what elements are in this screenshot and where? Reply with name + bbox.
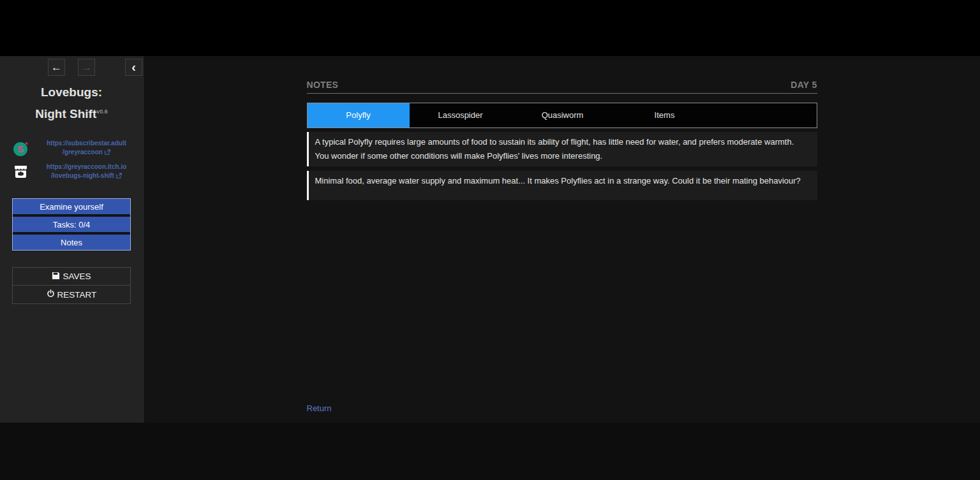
bottom-letterbox-strip [0,423,980,480]
game-title-line2: Night Shiftv0.6 [0,102,143,124]
external-links: S A https://subscribestar.adult /greyrac… [0,139,143,181]
arrow-left-icon: ← [51,61,62,74]
spacer [307,205,817,402]
notes-list: A typical Polyfly requires large amounts… [307,132,817,200]
notes-tab-bar: Polyfly Lassospider Quasiworm Items [307,103,817,128]
tab-polyfly[interactable]: Polyfly [308,103,410,127]
note-entry: Minimal food, average water supply and m… [307,171,817,200]
page-title: NOTES [307,80,339,90]
top-letterbox-strip [0,0,980,56]
notes-button[interactable]: Notes [13,235,130,250]
game-title: Lovebugs: Night Shiftv0.6 [0,82,143,124]
examine-yourself-button[interactable]: Examine yourself [13,199,130,214]
itchio-icon [11,164,30,180]
history-back-button[interactable]: ← [48,59,65,76]
floppy-disk-icon [52,272,60,282]
tab-lassospider[interactable]: Lassospider [410,103,512,127]
external-link-icon [116,172,122,181]
itchio-link[interactable]: https://greyraccoon.itch.io /lovebugs-ni… [30,163,143,181]
passage-area: NOTES DAY 5 Polyfly Lassospider Quasiwor… [144,56,980,423]
sidebar-collapse-button[interactable]: ‹ [125,59,142,76]
subscribestar-icon: S A [11,140,30,157]
version-badge: v0.6 [96,108,108,115]
chevron-left-icon: ‹ [131,60,136,75]
day-counter: DAY 5 [791,80,817,90]
return-link[interactable]: Return [307,404,332,413]
note-entry: A typical Polyfly requires large amounts… [307,132,817,166]
sidebar: ← → ‹ Lovebugs: Night Shiftv0.6 S A [0,56,144,423]
game-area: ← → ‹ Lovebugs: Night Shiftv0.6 S A [0,56,980,423]
tab-quasiworm[interactable]: Quasiworm [512,103,614,127]
tab-items[interactable]: Items [614,103,716,127]
svg-text:S: S [17,144,23,154]
subscribestar-link[interactable]: https://subscribestar.adult /greyraccoon [30,139,143,157]
arrow-right-icon: → [81,61,92,74]
page-header: NOTES DAY 5 [307,80,817,94]
session-menu: SAVES RESTART [12,267,131,304]
power-icon [47,289,55,300]
saves-button[interactable]: SAVES [13,268,130,286]
note-line: Minimal food, average water supply and m… [315,174,810,188]
history-nav: ← → ‹ [0,59,143,76]
sidebar-menu: Examine yourself Tasks: 0/4 Notes [12,198,131,251]
tasks-button[interactable]: Tasks: 0/4 [13,217,130,232]
history-forward-button[interactable]: → [78,59,95,76]
note-line: You wonder if some other conditions will… [315,149,810,163]
passage-content: NOTES DAY 5 Polyfly Lassospider Quasiwor… [307,56,817,414]
external-link-icon [105,149,110,157]
note-line: A typical Polyfly requires large amounts… [315,135,810,149]
svg-text:A: A [25,141,28,145]
restart-button[interactable]: RESTART [13,286,130,303]
game-title-line1: Lovebugs: [0,82,143,102]
subscribestar-link-row: S A https://subscribestar.adult /greyrac… [0,139,143,157]
itchio-link-row: https://greyraccoon.itch.io /lovebugs-ni… [0,163,143,181]
